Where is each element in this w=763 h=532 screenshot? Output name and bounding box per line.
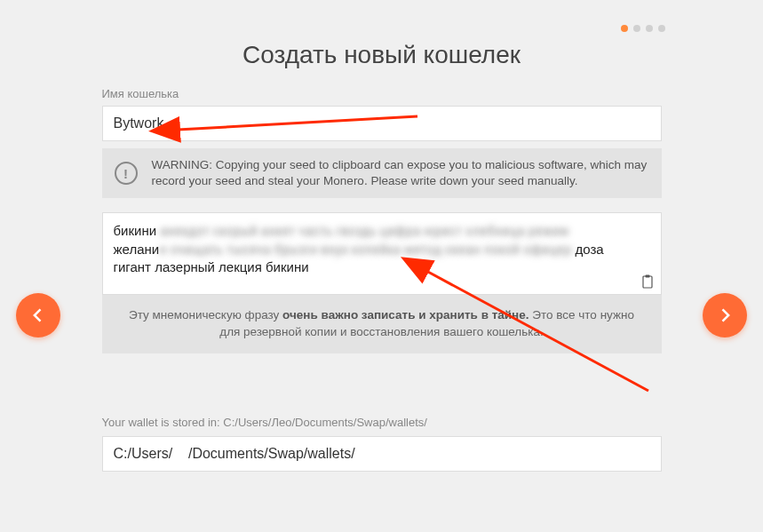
seed-word: бикини (114, 223, 157, 238)
svg-rect-1 (645, 275, 649, 278)
mnemonic-note-pre: Эту мнемоническую фразу (129, 308, 282, 322)
seed-word: желани (114, 242, 160, 257)
wallet-name-label: Имя кошелька (102, 87, 662, 100)
step-dot-2 (633, 25, 640, 32)
seed-blurred: анекдот скорый анкет часть гвоздь цифра … (156, 223, 568, 238)
seed-blurred: е очищать тысяча брызги внук копейка мет… (159, 242, 571, 257)
next-button[interactable] (703, 293, 747, 337)
step-indicator (621, 25, 665, 32)
wallet-path-input[interactable] (102, 436, 662, 472)
mnemonic-note-bold: очень важно записать и хранить в тайне. (282, 308, 529, 322)
page-title: Создать новый кошелек (0, 41, 763, 69)
seed-warning-box: ! WARNING: Copying your seed to clipboar… (102, 148, 662, 198)
step-dot-4 (658, 25, 665, 32)
chevron-left-icon (29, 306, 47, 324)
clipboard-icon[interactable] (641, 274, 654, 289)
back-button[interactable] (16, 293, 60, 337)
wallet-path-label: Your wallet is stored in: C:/Users/Лео/D… (102, 416, 662, 429)
mnemonic-note: Эту мнемоническую фразу очень важно запи… (102, 295, 662, 353)
chevron-right-icon (716, 306, 734, 324)
seed-word: доза (571, 242, 603, 257)
seed-phrase-box: бикини анекдот скорый анкет часть гвоздь… (102, 212, 662, 295)
warning-icon: ! (115, 162, 138, 185)
wallet-name-input[interactable] (102, 106, 662, 141)
seed-word: гигант лазерный лекция бикини (114, 259, 309, 274)
step-dot-3 (646, 25, 653, 32)
step-dot-1 (621, 25, 628, 32)
svg-rect-0 (643, 276, 652, 288)
seed-warning-text: WARNING: Copying your seed to clipboard … (152, 157, 649, 189)
